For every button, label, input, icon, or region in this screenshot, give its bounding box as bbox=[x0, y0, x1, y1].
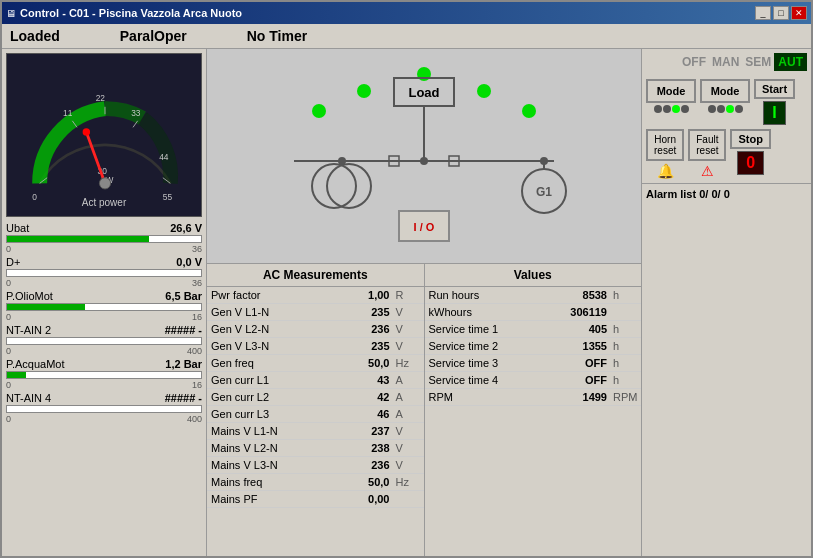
svg-point-17 bbox=[357, 84, 371, 98]
row-label: Service time 1 bbox=[425, 321, 543, 338]
start-button[interactable]: Start bbox=[754, 79, 795, 99]
row-value: 43 bbox=[341, 372, 394, 389]
ac-measurements-table: Pwr factor 1,00 RGen V L1-N 235 VGen V L… bbox=[207, 287, 424, 508]
mode2-group: Mode bbox=[700, 79, 750, 125]
measurements-section: AC Measurements Pwr factor 1,00 RGen V L… bbox=[207, 264, 641, 556]
row-unit: A bbox=[394, 389, 424, 406]
meter-bar bbox=[7, 304, 85, 310]
meter-range: 016 bbox=[6, 312, 202, 322]
row-label: Mains V L2-N bbox=[207, 440, 341, 457]
led4 bbox=[681, 105, 689, 113]
meter-range: 016 bbox=[6, 380, 202, 390]
row-unit: V bbox=[394, 440, 424, 457]
meter-value: 26,6 V bbox=[170, 222, 202, 234]
meter-label: NT-AIN 4 bbox=[6, 392, 51, 404]
mode-man-label: MAN bbox=[709, 53, 742, 71]
window-title: Control - C01 - Piscina Vazzola Arca Nuo… bbox=[20, 7, 242, 19]
meter-nt-ain-2: NT-AIN 2##### -0400 bbox=[6, 324, 202, 356]
meter-bar bbox=[7, 236, 149, 242]
status-timer: No Timer bbox=[247, 28, 307, 44]
led3 bbox=[672, 105, 680, 113]
row-label: Service time 2 bbox=[425, 338, 543, 355]
table-row: RPM 1499 RPM bbox=[425, 389, 642, 406]
row-label: Gen curr L3 bbox=[207, 406, 341, 423]
row-unit: V bbox=[394, 304, 424, 321]
mode-aut-label: AUT bbox=[774, 53, 807, 71]
main-window: 🖥 Control - C01 - Piscina Vazzola Arca N… bbox=[0, 0, 813, 558]
meter-range: 036 bbox=[6, 244, 202, 254]
meter-value: 1,2 Bar bbox=[165, 358, 202, 370]
led8 bbox=[735, 105, 743, 113]
svg-text:55: 55 bbox=[163, 192, 173, 202]
fault-reset-button[interactable]: Fault reset bbox=[688, 129, 726, 161]
row-unit: h bbox=[611, 355, 641, 372]
title-bar-buttons: _ □ ✕ bbox=[755, 6, 807, 20]
svg-point-14 bbox=[99, 178, 110, 189]
meter-ubat: Ubat26,6 V036 bbox=[6, 222, 202, 254]
values-header: Values bbox=[425, 264, 642, 287]
center-panel: Load G1 bbox=[207, 49, 641, 556]
title-bar: 🖥 Control - C01 - Piscina Vazzola Arca N… bbox=[2, 2, 811, 24]
svg-point-31 bbox=[338, 157, 346, 165]
svg-text:22: 22 bbox=[96, 93, 106, 103]
mode2-leds bbox=[700, 105, 750, 113]
table-row: Mains freq 50,0 Hz bbox=[207, 474, 424, 491]
row-value: OFF bbox=[543, 355, 611, 372]
meter-range: 036 bbox=[6, 278, 202, 288]
led2 bbox=[663, 105, 671, 113]
meter-label: Ubat bbox=[6, 222, 29, 234]
row-label: Run hours bbox=[425, 287, 543, 304]
svg-text:44: 44 bbox=[159, 152, 169, 162]
meter-p-acquamot: P.AcquaMot1,2 Bar016 bbox=[6, 358, 202, 390]
row-unit: R bbox=[394, 287, 424, 304]
meter-label: D+ bbox=[6, 256, 20, 268]
fault-reset-label: Fault reset bbox=[696, 134, 718, 156]
row-value: 238 bbox=[341, 440, 394, 457]
gauge-area: 0 11 22 33 55 44 30 kW Act power bbox=[6, 53, 202, 217]
row-value: 235 bbox=[341, 338, 394, 355]
table-row: Mains PF 0,00 bbox=[207, 491, 424, 508]
row-unit: h bbox=[611, 287, 641, 304]
mode2-button[interactable]: Mode bbox=[700, 79, 750, 103]
status-loaded: Loaded bbox=[10, 28, 60, 44]
row-label: Gen V L1-N bbox=[207, 304, 341, 321]
row-unit: RPM bbox=[611, 389, 641, 406]
horn-reset-button[interactable]: Horn reset bbox=[646, 129, 684, 161]
meter-value: ##### - bbox=[165, 324, 202, 336]
row-unit bbox=[394, 491, 424, 508]
row-value: OFF bbox=[543, 372, 611, 389]
table-row: Service time 3 OFF h bbox=[425, 355, 642, 372]
mode1-button[interactable]: Mode bbox=[646, 79, 696, 103]
row-unit bbox=[611, 304, 641, 321]
row-unit: h bbox=[611, 321, 641, 338]
table-row: Run hours 8538 h bbox=[425, 287, 642, 304]
ac-measurements-header: AC Measurements bbox=[207, 264, 424, 287]
row-label: Gen curr L1 bbox=[207, 372, 341, 389]
mode1-group: Mode bbox=[646, 79, 696, 125]
row-value: 50,0 bbox=[341, 474, 394, 491]
meter-bar-container bbox=[6, 405, 202, 413]
minimize-button[interactable]: _ bbox=[755, 6, 771, 20]
row-unit: V bbox=[394, 423, 424, 440]
svg-text:G1: G1 bbox=[536, 185, 552, 199]
row-value: 235 bbox=[341, 304, 394, 321]
led1 bbox=[654, 105, 662, 113]
stop-button[interactable]: Stop bbox=[730, 129, 770, 149]
meter-bar-container bbox=[6, 235, 202, 243]
row-unit: Hz bbox=[394, 474, 424, 491]
close-button[interactable]: ✕ bbox=[791, 6, 807, 20]
meter-label: P.AcquaMot bbox=[6, 358, 65, 370]
row-label: Mains V L3-N bbox=[207, 457, 341, 474]
row-value: 237 bbox=[341, 423, 394, 440]
row-value: 1355 bbox=[543, 338, 611, 355]
maximize-button[interactable]: □ bbox=[773, 6, 789, 20]
row-label: Mains V L1-N bbox=[207, 423, 341, 440]
fault-group: Fault reset ⚠ bbox=[688, 129, 726, 179]
start-indicator: I bbox=[763, 101, 785, 125]
table-row: Mains V L1-N 237 V bbox=[207, 423, 424, 440]
table-row: Gen V L2-N 236 V bbox=[207, 321, 424, 338]
row-value: 1,00 bbox=[341, 287, 394, 304]
mode-off-label: OFF bbox=[679, 53, 709, 71]
horn-fault-stop-row: Horn reset 🔔 Fault reset ⚠ Stop bbox=[642, 129, 811, 183]
table-row: Service time 2 1355 h bbox=[425, 338, 642, 355]
